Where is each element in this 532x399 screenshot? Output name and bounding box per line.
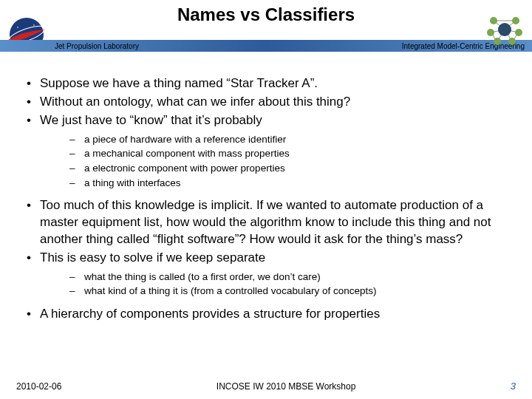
bullet-text: This is easy to solve if we keep separat… <box>40 250 265 265</box>
list-item: A hierarchy of components provides a str… <box>22 306 510 323</box>
sub-text: a piece of hardware with a reference ide… <box>84 134 286 145</box>
header-left-label: Jet Propulsion Laboratory <box>55 42 139 50</box>
header-stripe: Jet Propulsion Laboratory Integrated Mod… <box>0 40 532 52</box>
list-item: We just have to “know” that it’s probabl… <box>22 112 510 190</box>
svg-point-21 <box>508 38 516 45</box>
footer-center: INCOSE IW 2010 MBSE Workshop <box>216 381 356 392</box>
bullet-text: Too much of this knowledge is implicit. … <box>40 198 491 246</box>
list-item: Suppose we have a thing named “Star Trac… <box>22 75 510 92</box>
sub-text: a mechanical component with mass propert… <box>84 148 290 159</box>
sub-list: what the thing is called (to a first ord… <box>40 270 510 299</box>
list-item: a electronic component with power proper… <box>40 161 510 176</box>
sub-text: a thing with interfaces <box>84 177 181 188</box>
svg-point-17 <box>512 17 519 24</box>
list-item: what the thing is called (to a first ord… <box>40 270 510 284</box>
bullet-text: A hierarchy of components provides a str… <box>40 307 380 321</box>
footer-page-number: 3 <box>511 381 516 392</box>
svg-point-20 <box>494 38 501 45</box>
sub-list: a piece of hardware with a reference ide… <box>40 132 510 190</box>
svg-point-16 <box>490 17 497 24</box>
list-item: a piece of hardware with a reference ide… <box>40 132 510 147</box>
header-bar: Jet Propulsion Laboratory Integrated Mod… <box>0 30 532 62</box>
bullet-text: We just have to “know” that it’s probabl… <box>40 113 262 127</box>
bullet-list: Suppose we have a thing named “Star Trac… <box>22 75 510 323</box>
network-graph-icon <box>486 13 523 46</box>
svg-point-18 <box>487 29 494 36</box>
bullet-text: Without an ontology, what can we infer a… <box>40 95 350 109</box>
slide-footer: 2010-02-06 INCOSE IW 2010 MBSE Workshop … <box>0 381 532 392</box>
list-item: Too much of this knowledge is implicit. … <box>22 197 510 248</box>
sub-text: a electronic component with power proper… <box>84 163 285 174</box>
list-item: what kind of a thing it is (from a contr… <box>40 284 510 299</box>
svg-point-15 <box>498 23 511 36</box>
list-item: Without an ontology, what can we infer a… <box>22 94 510 111</box>
sub-text: what kind of a thing it is (from a contr… <box>84 285 376 296</box>
list-item: This is easy to solve if we keep separat… <box>22 250 510 299</box>
svg-point-3 <box>33 24 35 26</box>
slide-title: Names vs Classifiers <box>0 0 532 25</box>
bullet-text: Suppose we have a thing named “Star Trac… <box>40 76 318 90</box>
list-item: a mechanical component with mass propert… <box>40 146 510 161</box>
list-item: a thing with interfaces <box>40 176 510 191</box>
slide-content: Suppose we have a thing named “Star Trac… <box>0 62 532 323</box>
svg-point-19 <box>515 29 522 36</box>
footer-date: 2010-02-06 <box>16 381 61 392</box>
sub-text: what the thing is called (to a first ord… <box>84 271 321 282</box>
svg-point-2 <box>17 27 18 28</box>
